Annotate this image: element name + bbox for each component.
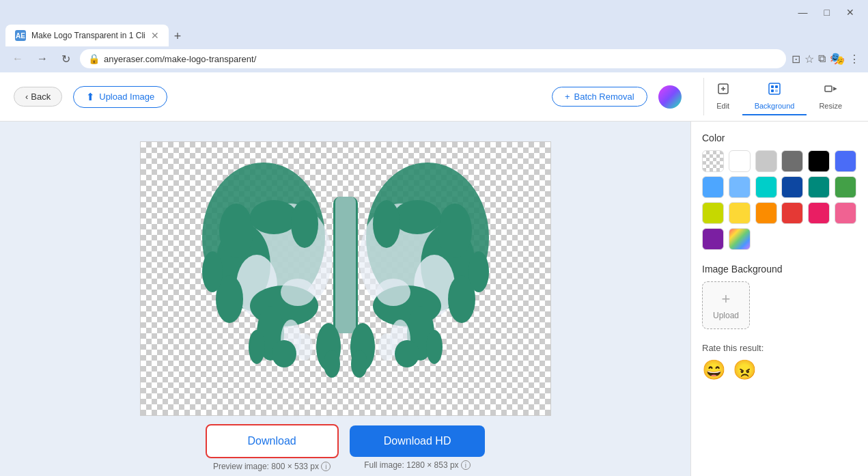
profile-icon[interactable]: 🎭 — [830, 51, 845, 66]
emoji-row: 😄 😠 — [702, 359, 857, 381]
svg-point-16 — [219, 204, 253, 258]
swatch-green[interactable] — [835, 176, 856, 198]
swatch-lime[interactable] — [702, 202, 724, 224]
app-header: ‹ Back ⬆ Upload Image + Batch Removal Ed… — [0, 72, 868, 122]
svg-point-34 — [373, 200, 400, 248]
swatch-red[interactable] — [781, 202, 803, 224]
back-label: Back — [31, 92, 51, 102]
upload-image-button[interactable]: ⬆ Upload Image — [73, 86, 167, 108]
svg-rect-6 — [771, 89, 774, 92]
svg-point-33 — [393, 200, 441, 234]
address-bar: ← → ↻ 🔒 anyeraser.com/make-logo-transpar… — [0, 46, 868, 72]
edit-tool-button[interactable]: Edit — [704, 78, 742, 115]
resize-label: Resize — [819, 102, 842, 110]
tab-favicon: AE — [15, 30, 26, 41]
swatch-gradient[interactable] — [729, 228, 751, 250]
image-background-label: Image Background — [702, 264, 857, 275]
swatch-blue2[interactable] — [702, 176, 724, 198]
swatch-black[interactable] — [808, 150, 830, 172]
reload-button[interactable]: ↻ — [57, 50, 74, 68]
active-tab[interactable]: AE Make Logo Transparent in 1 Cli ✕ — [5, 25, 169, 46]
close-button[interactable]: ✕ — [841, 5, 860, 19]
swatch-orange[interactable] — [755, 202, 777, 224]
svg-rect-4 — [771, 85, 774, 88]
plus-icon: + — [565, 92, 570, 102]
new-tab-button[interactable]: + — [169, 27, 187, 46]
upload-background-button[interactable]: + Upload — [702, 281, 750, 329]
svg-point-18 — [291, 200, 318, 248]
background-tool-button[interactable]: Background — [742, 78, 807, 115]
upload-bg-label: Upload — [713, 311, 739, 320]
angry-emoji-button[interactable]: 😠 — [733, 359, 757, 381]
swatch-purple[interactable] — [702, 228, 724, 250]
bookmark-icon[interactable]: ☆ — [804, 53, 814, 66]
svg-rect-3 — [769, 83, 780, 94]
canvas-area: Download Preview image: 800 × 533 px i D… — [0, 122, 690, 476]
tab-close-button[interactable]: ✕ — [151, 30, 159, 41]
color-section: Color — [702, 132, 857, 250]
back-button[interactable]: ‹ Back — [14, 87, 62, 107]
svg-point-41 — [378, 333, 395, 361]
download-hd-section: Download HD Full image: 1280 × 853 px i — [350, 425, 486, 470]
logo-svg — [141, 142, 550, 415]
edit-icon — [716, 82, 730, 99]
back-chevron-icon: ‹ — [25, 92, 28, 102]
svg-point-23 — [249, 330, 265, 364]
swatch-cyan[interactable] — [755, 176, 777, 198]
url-text: anyeraser.com/make-logo-transparent/ — [104, 54, 256, 64]
swatch-lightgray[interactable] — [755, 150, 777, 172]
swatch-white[interactable] — [729, 150, 751, 172]
svg-point-17 — [250, 200, 298, 234]
cast-icon[interactable]: ⊡ — [792, 53, 800, 66]
svg-point-32 — [438, 204, 472, 258]
svg-rect-8 — [825, 86, 832, 92]
download-button[interactable]: Download — [206, 424, 339, 458]
swatch-blue1[interactable] — [835, 150, 856, 172]
swatch-gray[interactable] — [781, 150, 803, 172]
svg-point-36 — [468, 251, 489, 292]
swatch-darkblue[interactable] — [781, 176, 803, 198]
menu-icon[interactable]: ⋮ — [849, 53, 860, 66]
happy-emoji-button[interactable]: 😄 — [702, 359, 726, 381]
swatch-blue3[interactable] — [729, 176, 751, 198]
swatch-teal[interactable] — [808, 176, 830, 198]
right-toolbar: Edit Background Resize — [703, 78, 854, 115]
color-label: Color — [702, 132, 857, 143]
preview-info-icon[interactable]: i — [321, 462, 331, 471]
address-input[interactable]: 🔒 anyeraser.com/make-logo-transparent/ — [80, 49, 786, 68]
svg-point-25 — [296, 333, 313, 361]
batch-removal-button[interactable]: + Batch Removal — [552, 87, 647, 107]
maximize-button[interactable]: □ — [819, 5, 835, 19]
image-background-section: Image Background + Upload — [702, 264, 857, 329]
svg-point-24 — [272, 340, 296, 367]
user-avatar[interactable] — [658, 85, 682, 109]
swatch-yellow[interactable] — [729, 202, 751, 224]
svg-point-20 — [202, 251, 223, 292]
swatch-pink[interactable] — [808, 202, 830, 224]
full-info: Full image: 1280 × 853 px i — [364, 460, 471, 470]
batch-label: Batch Removal — [574, 92, 634, 102]
extensions-icon[interactable]: ⧉ — [818, 53, 826, 65]
download-section: Download Preview image: 800 × 533 px i — [206, 424, 339, 471]
swatch-lightpink[interactable] — [835, 202, 856, 224]
back-nav-button[interactable]: ← — [8, 50, 27, 68]
window-controls[interactable]: — □ ✕ — [793, 5, 860, 19]
rate-section: Rate this result: 😄 😠 — [702, 343, 857, 381]
color-grid-row3 — [702, 202, 857, 224]
bottom-controls: Download Preview image: 800 × 533 px i D… — [206, 424, 486, 471]
background-label: Background — [755, 102, 795, 110]
preview-info: Preview image: 800 × 533 px i — [213, 462, 331, 471]
svg-point-39 — [426, 330, 443, 364]
plus-icon: + — [722, 290, 731, 308]
resize-tool-button[interactable]: Resize — [807, 78, 854, 115]
background-icon — [768, 82, 781, 99]
download-hd-button[interactable]: Download HD — [350, 425, 486, 457]
svg-point-31 — [376, 279, 410, 306]
swatch-transparent[interactable] — [702, 150, 724, 172]
full-info-icon[interactable]: i — [461, 460, 471, 470]
canvas-image — [141, 142, 550, 415]
minimize-button[interactable]: — — [793, 5, 813, 19]
svg-rect-43 — [335, 197, 356, 333]
forward-nav-button[interactable]: → — [33, 50, 52, 68]
color-grid-row1 — [702, 150, 857, 172]
